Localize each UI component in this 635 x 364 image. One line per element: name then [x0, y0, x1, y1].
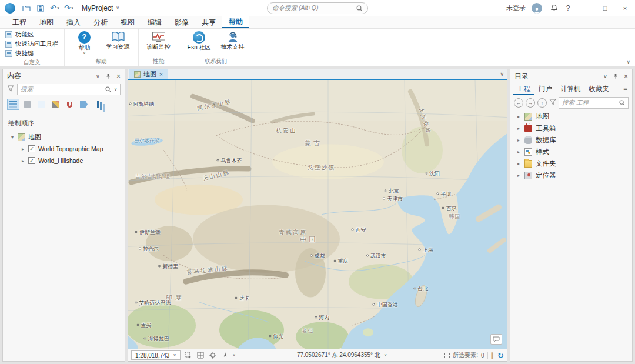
- diagnostic-monitor-button[interactable]: 诊断监控: [143, 30, 175, 51]
- list-by-snapping-icon[interactable]: [63, 99, 76, 110]
- navigator-icon[interactable]: [220, 350, 230, 360]
- up-one-level-icon[interactable]: ↑: [537, 98, 547, 108]
- ribbon-button-快速访问工具栏[interactable]: 快速访问工具栏: [4, 39, 60, 49]
- account-avatar[interactable]: [532, 3, 542, 14]
- folder-open-icon: [22, 5, 31, 12]
- map-canvas[interactable]: 阿斯塔纳阿尔泰山脉杭爱山蒙古戈壁沙漠乌鲁木齐天山山脉吉尔吉斯斯坦大兴安岭沈阳北京…: [128, 80, 507, 349]
- layer-checkbox[interactable]: ✓: [28, 157, 35, 164]
- list-by-selection-icon[interactable]: [35, 99, 48, 110]
- coordinates-display[interactable]: 77.0502671° 东 24.0964355° 北 ∨: [297, 351, 387, 359]
- catalog-tab-计算机[interactable]: 计算机: [556, 83, 585, 95]
- chevron-down-icon[interactable]: ∨: [114, 87, 117, 92]
- sign-in-label[interactable]: 未登录: [506, 4, 526, 12]
- ribbon-tab-帮助[interactable]: 帮助: [222, 16, 249, 28]
- pin-icon[interactable]: [613, 73, 619, 79]
- catalog-item-定位器[interactable]: ▸定位器: [510, 169, 632, 181]
- ribbon-tab-插入[interactable]: 插入: [60, 16, 87, 28]
- panel-menu-icon[interactable]: ∨: [603, 73, 607, 79]
- pin-icon[interactable]: [105, 73, 111, 79]
- redo-button[interactable]: ↷▾: [62, 1, 76, 15]
- layer-list: ▸✓World Topographic Map▸✓World_Hillshade: [3, 143, 125, 166]
- catalog-tab-收藏夹[interactable]: 收藏夹: [585, 83, 614, 95]
- map-icon: [524, 113, 532, 121]
- expander-icon[interactable]: ▸: [21, 158, 25, 163]
- ribbon-tab-分析[interactable]: 分析: [87, 16, 114, 28]
- project-title[interactable]: MyProject∨: [82, 4, 119, 12]
- map-label: 新德里: [158, 262, 178, 270]
- notifications-button[interactable]: [547, 1, 561, 15]
- notification-bubble-icon[interactable]: [490, 334, 502, 345]
- layer-item[interactable]: ▸✓World_Hillshade: [3, 155, 125, 166]
- chevron-down-icon[interactable]: ∨: [233, 353, 236, 358]
- close-icon[interactable]: ×: [159, 71, 163, 78]
- menu-icon[interactable]: ≡: [623, 83, 630, 95]
- close-button[interactable]: ×: [615, 0, 635, 16]
- ribbon-button-功能区[interactable]: 功能区: [4, 30, 35, 39]
- back-icon[interactable]: ←: [514, 98, 523, 108]
- esri-community-button[interactable]: Esri 社区: [183, 30, 215, 51]
- ribbon-tab-视图[interactable]: 视图: [114, 16, 141, 28]
- chevron-down-icon[interactable]: ▾: [57, 6, 59, 11]
- app-logo[interactable]: [5, 3, 15, 14]
- expander-icon[interactable]: ▸: [516, 173, 521, 178]
- command-search-input[interactable]: 命令搜索 (Alt+Q): [267, 2, 368, 14]
- close-icon[interactable]: ×: [116, 72, 121, 81]
- layer-checkbox[interactable]: ✓: [28, 145, 35, 152]
- filter-icon[interactable]: [7, 85, 14, 93]
- expander-icon[interactable]: ▸: [516, 161, 521, 166]
- maximize-button[interactable]: □: [595, 0, 615, 16]
- expander-icon[interactable]: ▾: [10, 135, 15, 140]
- scale-dropdown[interactable]: 1:28,018,743 ∨: [131, 350, 181, 360]
- layer-item[interactable]: ▸✓World Topographic Map: [3, 143, 125, 155]
- panel-menu-icon[interactable]: ∨: [96, 73, 100, 79]
- catalog-item-样式[interactable]: ▸样式: [510, 146, 632, 158]
- save-project-button[interactable]: [34, 1, 48, 15]
- list-by-editing-icon[interactable]: [49, 99, 62, 110]
- layer-label: World Topographic Map: [38, 145, 103, 152]
- ribbon-tab-影像[interactable]: 影像: [168, 16, 195, 28]
- refresh-button[interactable]: ↻: [497, 351, 504, 360]
- ribbon-tab-工程[interactable]: 工程: [6, 16, 33, 28]
- ribbon-group-label: 联系我们: [183, 57, 249, 66]
- catalog-item-地图[interactable]: ▸地图: [510, 111, 632, 122]
- expander-icon[interactable]: ▸: [516, 126, 521, 131]
- list-by-charts-icon[interactable]: [92, 99, 104, 110]
- catalog-item-工具箱[interactable]: ▸工具箱: [510, 122, 632, 134]
- catalog-item-文件夹[interactable]: ▸文件夹: [510, 158, 632, 169]
- ribbon-tab-编辑[interactable]: 编辑: [141, 16, 168, 28]
- learning-resources-button[interactable]: 学习资源: [102, 30, 134, 51]
- open-project-button[interactable]: [19, 1, 34, 15]
- expander-icon[interactable]: ▸: [21, 146, 25, 152]
- filter-icon[interactable]: [549, 99, 556, 107]
- tab-map[interactable]: 地图 ×: [129, 69, 168, 79]
- catalog-search-input[interactable]: 搜索 工程: [559, 97, 629, 109]
- collapse-ribbon-icon[interactable]: ∨: [626, 59, 630, 65]
- list-by-data-source-icon[interactable]: [21, 99, 34, 110]
- undo-button[interactable]: ↶▾: [48, 1, 62, 15]
- pause-drawing-button[interactable]: ∥: [491, 352, 495, 359]
- ribbon-button-快捷键[interactable]: 快捷键: [4, 49, 35, 58]
- catalog-tab-工程[interactable]: 工程: [513, 83, 534, 95]
- list-by-drawing-order-icon[interactable]: [7, 99, 19, 110]
- chevron-down-icon[interactable]: ▾: [71, 6, 73, 11]
- ribbon-tab-共享[interactable]: 共享: [195, 16, 222, 28]
- technical-support-button[interactable]: 技术支持: [217, 30, 249, 51]
- tab-list-icon[interactable]: ∨: [500, 71, 504, 77]
- expander-icon[interactable]: ▸: [516, 138, 521, 143]
- list-by-labeling-icon[interactable]: [78, 99, 90, 110]
- contents-search-input[interactable]: 搜索 ∨: [17, 84, 121, 95]
- help-button[interactable]: ? 帮助 ∨: [69, 30, 101, 54]
- expander-icon[interactable]: ▸: [516, 114, 521, 119]
- help-titlebar-button[interactable]: ?: [561, 4, 575, 12]
- selection-tool-icon[interactable]: [183, 350, 193, 360]
- forward-icon[interactable]: →: [526, 98, 535, 108]
- layer-map-group[interactable]: ▾ 地图: [3, 131, 125, 143]
- minimize-button[interactable]: —: [575, 0, 595, 16]
- catalog-item-数据库[interactable]: ▸数据库: [510, 134, 632, 146]
- catalog-tab-门户[interactable]: 门户: [534, 83, 556, 95]
- grid-icon[interactable]: [196, 350, 205, 360]
- expander-icon[interactable]: ▸: [516, 149, 521, 155]
- ribbon-tab-地图[interactable]: 地图: [33, 16, 60, 28]
- crosshair-icon[interactable]: [208, 350, 218, 360]
- close-icon[interactable]: ×: [624, 72, 628, 81]
